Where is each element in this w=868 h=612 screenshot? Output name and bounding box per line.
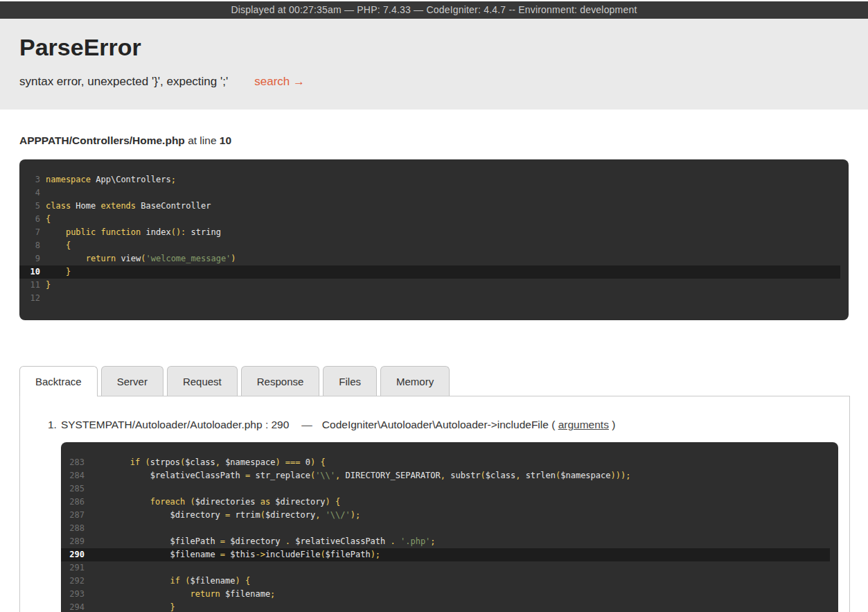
error-header: ParseError syntax error, unexpected '}',… xyxy=(0,19,868,110)
code-text: { xyxy=(46,239,71,252)
line-number: 291 xyxy=(61,561,85,575)
source-code-block: 3namespace App\Controllers;45class Home … xyxy=(19,159,849,320)
tab-bar: Backtrace Server Request Response Files … xyxy=(19,366,868,396)
code-text: { xyxy=(46,213,51,226)
code-line-11: 11} xyxy=(19,279,849,292)
backtrace-args-close: ) xyxy=(612,419,615,430)
line-number: 3 xyxy=(19,173,40,186)
line-number: 285 xyxy=(61,482,85,496)
code-line-289: 289 $filePath = $directory . $relativeCl… xyxy=(61,535,838,548)
code-line-287: 287 $directory = rtrim($directory, '\\/'… xyxy=(61,509,838,522)
error-title: ParseError xyxy=(19,34,849,61)
error-detail: APPPATH/Controllers/Home.php at line 10 … xyxy=(0,134,868,612)
line-number: 290 xyxy=(61,548,85,561)
code-text: foreach ($directories as $directory) { xyxy=(90,496,340,509)
code-line-291: 291 xyxy=(61,561,838,575)
code-text: $filename = $this->includeFile($filePath… xyxy=(90,548,380,561)
code-line-10: 10 } xyxy=(19,265,840,279)
code-text: $filePath = $directory . $relativeClassP… xyxy=(90,535,436,548)
at-line-label: at line xyxy=(188,134,216,146)
code-line-286: 286 foreach ($directories as $directory)… xyxy=(61,496,838,509)
code-line-290: 290 $filename = $this->includeFile($file… xyxy=(61,548,830,561)
backtrace-code-block: 283 if (strpos($class, $namespace) === 0… xyxy=(61,442,838,612)
line-number: 8 xyxy=(19,239,40,252)
code-line-6: 6{ xyxy=(19,213,849,226)
line-number: 5 xyxy=(19,200,40,213)
code-text: class Home extends BaseController xyxy=(46,200,211,213)
line-number: 12 xyxy=(19,292,40,305)
code-line-285: 285 xyxy=(61,482,838,496)
source-file-path: APPPATH/Controllers/Home.php at line 10 xyxy=(19,134,849,147)
code-line-293: 293 return $filename; xyxy=(61,588,838,601)
code-text: return view('welcome_message') xyxy=(46,252,236,265)
backtrace-location: SYSTEMPATH/Autoloader/Autoloader.php : 2… xyxy=(61,419,289,430)
code-line-8: 8 { xyxy=(19,239,849,252)
backtrace-index: 1. xyxy=(48,419,57,430)
code-line-292: 292 if ($filename) { xyxy=(61,575,838,588)
code-line-9: 9 return view('welcome_message') xyxy=(19,252,849,265)
line-number: 4 xyxy=(19,186,40,200)
code-text: } xyxy=(90,601,175,612)
code-text: if ($filename) { xyxy=(90,575,250,588)
backtrace-function: CodeIgniter\Autoloader\Autoloader->inclu… xyxy=(322,419,549,430)
line-number: 294 xyxy=(61,601,85,612)
error-message: syntax error, unexpected '}', expecting … xyxy=(19,75,228,89)
tab-response[interactable]: Response xyxy=(241,366,320,396)
code-text: return $filename; xyxy=(90,588,275,601)
tab-memory[interactable]: Memory xyxy=(380,366,450,396)
code-text: } xyxy=(46,279,51,292)
code-line-3: 3namespace App\Controllers; xyxy=(19,173,849,186)
code-line-284: 284 $relativeClassPath = str_replace('\\… xyxy=(61,469,838,482)
backtrace-panel: 1.SYSTEMPATH/Autoloader/Autoloader.php :… xyxy=(19,396,850,612)
code-line-7: 7 public function index(): string xyxy=(19,226,849,239)
backtrace-arguments-link[interactable]: arguments xyxy=(558,419,609,430)
line-number: 286 xyxy=(61,496,85,509)
backtrace-item: 1.SYSTEMPATH/Autoloader/Autoloader.php :… xyxy=(20,419,849,431)
code-text: public function index(): string xyxy=(46,226,221,239)
code-line-283: 283 if (strpos($class, $namespace) === 0… xyxy=(61,456,838,469)
code-line-288: 288 xyxy=(61,522,838,535)
line-number: 7 xyxy=(19,226,40,239)
line-number: 293 xyxy=(61,588,85,601)
code-line-5: 5class Home extends BaseController xyxy=(19,200,849,213)
line-number: 284 xyxy=(61,469,85,482)
code-text: namespace App\Controllers; xyxy=(46,173,176,186)
line-number: 287 xyxy=(61,509,85,522)
source-file: APPPATH/Controllers/Home.php xyxy=(19,134,185,146)
code-line-294: 294 } xyxy=(61,601,838,612)
code-line-12: 12 xyxy=(19,292,849,305)
line-number: 292 xyxy=(61,575,85,588)
tab-request[interactable]: Request xyxy=(167,366,238,396)
code-line-4: 4 xyxy=(19,186,849,200)
code-text: if (strpos($class, $namespace) === 0) { xyxy=(90,456,326,469)
code-text: } xyxy=(46,265,71,279)
tab-backtrace[interactable]: Backtrace xyxy=(19,366,98,396)
tab-files[interactable]: Files xyxy=(323,366,377,396)
environment-bar: Displayed at 00:27:35am — PHP: 7.4.33 — … xyxy=(0,1,868,19)
line-number: 10 xyxy=(19,265,40,279)
code-text: $directory = rtrim($directory, '\\/'); xyxy=(90,509,360,522)
search-link[interactable]: search → xyxy=(254,75,305,89)
source-line-number: 10 xyxy=(220,134,231,146)
environment-bar-text: Displayed at 00:27:35am — PHP: 7.4.33 — … xyxy=(231,4,637,15)
line-number: 6 xyxy=(19,213,40,226)
tab-server[interactable]: Server xyxy=(101,366,163,396)
line-number: 9 xyxy=(19,252,40,265)
line-number: 289 xyxy=(61,535,85,548)
line-number: 11 xyxy=(19,279,40,292)
line-number: 283 xyxy=(61,456,85,469)
code-text: $relativeClassPath = str_replace('\\', D… xyxy=(90,469,630,482)
line-number: 288 xyxy=(61,522,85,535)
backtrace-args-open: ( xyxy=(551,419,555,430)
backtrace-separator: — xyxy=(301,419,312,430)
